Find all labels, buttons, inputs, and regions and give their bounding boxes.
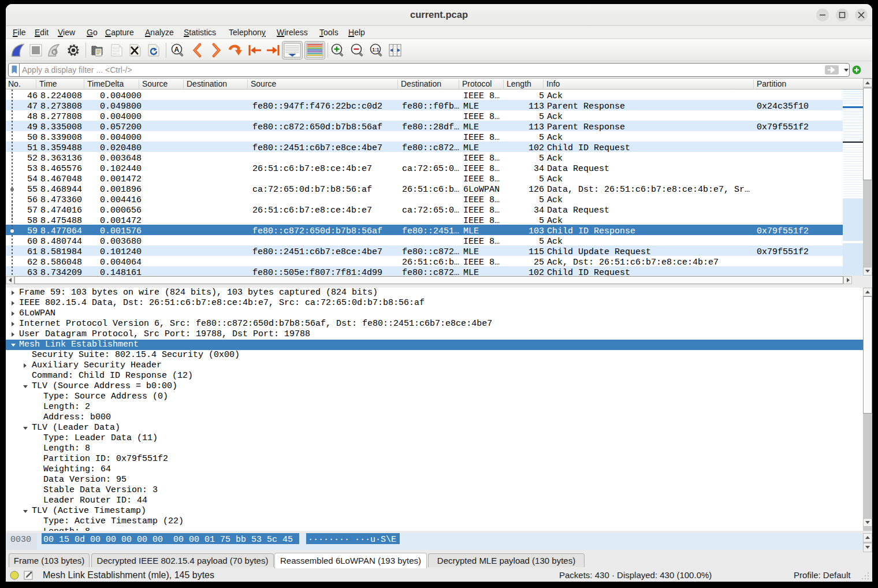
svg-text:A: A (174, 46, 180, 54)
svg-text:1:1: 1:1 (372, 47, 380, 53)
svg-text:0011: 0011 (113, 52, 120, 55)
